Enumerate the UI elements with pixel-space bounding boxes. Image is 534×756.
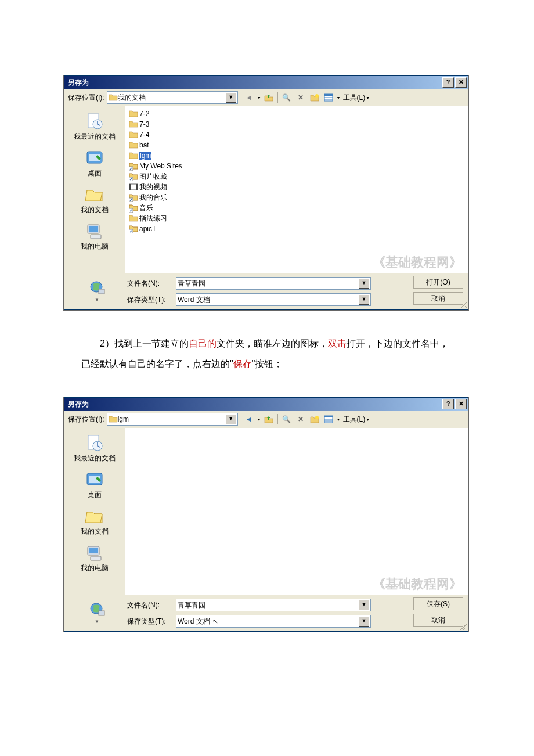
list-item[interactable]: 图片收藏 <box>129 171 464 182</box>
filetype-combo[interactable]: Word 文档 ▼ <box>176 293 371 306</box>
network-places-icon[interactable] <box>88 602 106 620</box>
network-dropdown-icon[interactable]: ▼ <box>95 297 99 303</box>
dropdown-arrow-icon[interactable]: ▼ <box>359 600 369 610</box>
close-button[interactable]: ✕ <box>455 399 467 409</box>
list-item[interactable]: apicT <box>129 224 464 234</box>
back-button[interactable]: ◄ <box>243 92 255 103</box>
dropdown-arrow-icon[interactable]: ▼ <box>226 414 236 424</box>
dropdown-arrow-icon[interactable]: ▼ <box>359 278 369 289</box>
delete-button[interactable]: ✕ <box>294 92 307 103</box>
file-list-empty[interactable]: 《基础教程网》 <box>125 428 468 595</box>
search-button[interactable]: 🔍 <box>280 413 293 425</box>
desktop-icon <box>84 470 105 489</box>
folder-icon <box>129 109 138 118</box>
sidebar-item-label: 桌面 <box>88 491 102 499</box>
search-button[interactable]: 🔍 <box>280 92 293 103</box>
filename-value: 青草青园 <box>178 600 205 610</box>
views-menu[interactable]: ▼ <box>337 96 341 100</box>
tools-menu[interactable]: 工具(L)▼ <box>342 92 371 103</box>
close-button[interactable]: ✕ <box>455 77 467 88</box>
location-combo[interactable]: lgm ▼ <box>107 413 238 426</box>
sidebar-item-mydocs[interactable]: 我的文档 <box>68 183 121 218</box>
list-item-selected[interactable]: lgm <box>129 150 464 161</box>
shortcut-folder-icon <box>129 193 138 202</box>
filename-label: 文件名(N): <box>127 279 172 289</box>
dropdown-arrow-icon[interactable]: ▼ <box>226 92 236 103</box>
list-item[interactable]: 音乐 <box>129 203 464 213</box>
new-folder-button[interactable] <box>308 413 321 425</box>
list-item[interactable]: 7-4 <box>129 129 464 140</box>
shortcut-folder-icon <box>129 161 138 171</box>
dropdown-arrow-icon[interactable]: ▼ <box>359 616 369 627</box>
cancel-button[interactable]: 取消 <box>413 614 463 627</box>
svg-rect-11 <box>91 235 101 239</box>
cursor-icon: ↖ <box>212 617 218 625</box>
list-item[interactable]: 指法练习 <box>129 213 464 224</box>
filetype-combo[interactable]: Word 文档 ↖ ▼ <box>176 615 371 628</box>
help-button[interactable]: ? <box>442 77 454 88</box>
back-button[interactable]: ◄ <box>243 413 255 425</box>
sidebar-item-mydocs[interactable]: 我的文档 <box>68 505 121 540</box>
titlebar[interactable]: 另存为 ? ✕ <box>64 398 468 411</box>
location-label: 保存位置(I): <box>68 93 104 103</box>
sidebar-item-label: 我最近的文档 <box>74 132 116 141</box>
location-value: lgm <box>118 415 129 423</box>
svg-point-0 <box>315 94 319 98</box>
svg-rect-21 <box>99 289 104 294</box>
sidebar-item-mycomputer[interactable]: 我的电脑 <box>68 219 121 255</box>
sidebar-item-label: 我的文档 <box>81 206 109 214</box>
list-item[interactable]: 我的音乐 <box>129 192 464 203</box>
new-folder-button[interactable] <box>308 92 321 103</box>
list-item[interactable]: 我的视频 <box>129 182 464 192</box>
filename-value: 青草青园 <box>178 279 205 289</box>
svg-rect-2 <box>324 94 333 96</box>
sidebar-item-recent[interactable]: 我最近的文档 <box>68 431 121 467</box>
location-combo[interactable]: 我的文档 ▼ <box>107 91 238 104</box>
help-button[interactable]: ? <box>442 399 454 409</box>
folder-open-icon <box>129 151 138 160</box>
save-button[interactable]: 保存(S) <box>413 597 463 610</box>
toolbar: 保存位置(I): lgm ▼ ◄ ▼ 🔍 ✕ <box>64 411 468 428</box>
views-button[interactable] <box>322 413 335 425</box>
filetype-label: 保存类型(T): <box>127 617 172 627</box>
network-dropdown-icon[interactable]: ▼ <box>95 619 99 624</box>
shortcut-folder-icon <box>129 224 138 233</box>
sidebar-item-desktop[interactable]: 桌面 <box>68 468 121 503</box>
sidebar-item-desktop[interactable]: 桌面 <box>68 146 121 182</box>
dropdown-arrow-icon[interactable]: ▼ <box>359 294 369 305</box>
dialog-title: 另存为 <box>68 399 89 409</box>
views-menu[interactable]: ▼ <box>337 417 341 422</box>
titlebar[interactable]: 另存为 ? ✕ <box>64 76 468 89</box>
shortcut-folder-icon <box>129 203 138 213</box>
delete-button[interactable]: ✕ <box>294 413 307 425</box>
svg-rect-35 <box>99 611 104 615</box>
folder-icon <box>109 415 118 424</box>
places-bar: 我最近的文档 桌面 我的文档 <box>64 106 125 273</box>
cancel-button[interactable]: 取消 <box>413 292 463 305</box>
file-list[interactable]: 7-2 7-3 7-4 bat lgm My Web Sites 图片收藏 我的… <box>125 106 468 273</box>
list-item[interactable]: 7-3 <box>129 119 464 129</box>
sidebar-item-label: 桌面 <box>88 169 102 177</box>
folder-icon <box>129 120 138 129</box>
open-button[interactable]: 打开(O) <box>413 276 463 289</box>
tools-menu[interactable]: 工具(L)▼ <box>342 413 371 425</box>
resize-grip[interactable] <box>459 622 467 630</box>
up-one-level-button[interactable] <box>262 92 275 103</box>
sidebar-item-label: 我的文档 <box>81 527 109 535</box>
svg-rect-33 <box>91 556 101 560</box>
svg-point-22 <box>315 416 319 419</box>
views-button[interactable] <box>322 92 335 103</box>
sidebar-item-label: 我的电脑 <box>81 564 109 572</box>
list-item[interactable]: bat <box>129 140 464 150</box>
list-item[interactable]: 7-2 <box>129 109 464 119</box>
filename-combo[interactable]: 青草青园 ▼ <box>176 277 371 290</box>
resize-grip[interactable] <box>459 300 467 308</box>
back-menu[interactable]: ▼ <box>257 417 261 422</box>
filename-combo[interactable]: 青草青园 ▼ <box>176 599 371 611</box>
back-menu[interactable]: ▼ <box>257 96 261 100</box>
network-places-icon[interactable] <box>88 280 106 298</box>
sidebar-item-recent[interactable]: 我最近的文档 <box>68 110 121 145</box>
up-one-level-button[interactable] <box>262 413 275 425</box>
list-item[interactable]: My Web Sites <box>129 161 464 171</box>
sidebar-item-mycomputer[interactable]: 我的电脑 <box>68 541 121 577</box>
